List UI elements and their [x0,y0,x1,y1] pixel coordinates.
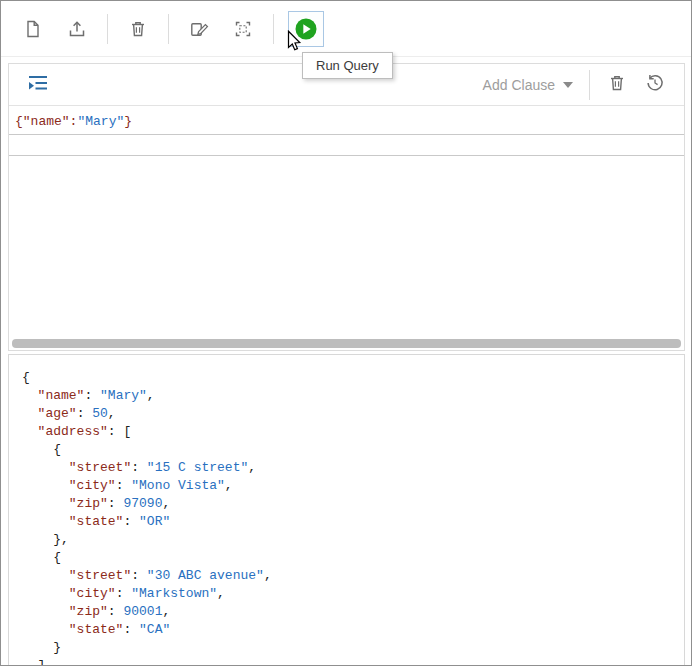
history-button[interactable] [638,68,672,102]
new-document-button[interactable] [14,10,52,48]
run-query-tooltip: Run Query [302,52,393,79]
toolbar-separator [273,14,274,44]
export-icon [67,19,87,39]
export-button[interactable] [58,10,96,48]
result-json: { "name": "Mary", "age": 50, "address": … [9,355,684,666]
format-indent-icon [26,73,50,96]
toolbar-separator [168,14,169,44]
add-clause-dropdown[interactable]: Add Clause [475,73,581,97]
add-clause-label: Add Clause [483,77,555,93]
new-document-icon [23,19,43,39]
editor-current-line [9,134,684,156]
select-region-icon [233,19,253,39]
clear-query-button[interactable] [600,68,634,102]
trash-icon [607,73,627,96]
toolbar-separator [589,70,590,100]
select-region-button[interactable] [224,10,262,48]
trash-icon [128,19,148,39]
app-window: Run Query Add Clause [0,0,692,666]
run-query-icon [294,17,318,41]
horizontal-scrollbar[interactable] [12,339,681,348]
query-panel: Add Clause {"name":"Mary"} [8,63,685,351]
format-query-button[interactable] [21,68,55,102]
main-toolbar [1,1,691,57]
history-icon [645,73,665,96]
edit-pencil-icon [189,19,210,39]
delete-button[interactable] [119,10,157,48]
chevron-down-icon [563,82,573,88]
result-panel: { "name": "Mary", "age": 50, "address": … [8,354,685,666]
query-editor[interactable]: {"name":"Mary"} [9,106,684,156]
edit-button[interactable] [180,10,218,48]
toolbar-separator [107,14,108,44]
query-text: {"name":"Mary"} [9,106,684,132]
run-query-button[interactable] [288,11,324,47]
